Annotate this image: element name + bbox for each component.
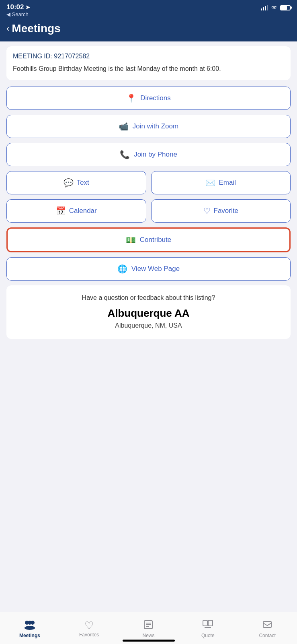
- wifi-icon: [270, 5, 278, 10]
- join-phone-label: Join by Phone: [134, 151, 177, 159]
- tab-news-label: News: [142, 633, 154, 638]
- battery-icon: [280, 5, 291, 10]
- meeting-description: Foothills Group Birthday Meeting is the …: [13, 64, 284, 74]
- news-icon: [143, 619, 154, 632]
- calendar-button[interactable]: 📅 Calendar: [6, 199, 146, 223]
- tab-news[interactable]: News: [119, 618, 178, 640]
- back-button[interactable]: ‹: [6, 24, 9, 33]
- tab-quote-label: Quote: [201, 633, 215, 638]
- status-left: 10:02 ➤ ◀ Search: [6, 3, 30, 17]
- feedback-card: Have a question or feedback about this l…: [6, 285, 291, 339]
- video-icon: 📹: [119, 122, 129, 131]
- tab-favorites-label: Favorites: [79, 632, 99, 638]
- favorites-icon: ♡: [84, 620, 94, 631]
- tab-bar: Meetings ♡ Favorites News Quote: [0, 612, 297, 644]
- favorite-label: Favorite: [214, 207, 238, 215]
- svg-rect-8: [203, 620, 207, 626]
- directions-label: Directions: [140, 94, 171, 102]
- tab-contact-label: Contact: [259, 633, 275, 638]
- money-icon: 💵: [126, 235, 136, 245]
- meeting-info-card: MEETING ID: 9217072582 Foothills Group B…: [6, 46, 291, 80]
- email-button[interactable]: ✉️ Email: [151, 171, 291, 194]
- page-title: Meetings: [12, 22, 60, 35]
- meeting-id: MEETING ID: 9217072582: [13, 53, 284, 60]
- contribute-label: Contribute: [140, 236, 171, 244]
- email-label: Email: [219, 179, 236, 187]
- view-webpage-button[interactable]: 🌐 View Web Page: [6, 257, 291, 281]
- search-back[interactable]: ◀ Search: [6, 11, 30, 17]
- location-pin-icon: 📍: [126, 93, 136, 103]
- text-button[interactable]: 💬 Text: [6, 171, 146, 194]
- tab-favorites[interactable]: ♡ Favorites: [59, 619, 119, 639]
- phone-icon: 📞: [120, 150, 130, 159]
- tab-contact[interactable]: Contact: [238, 618, 297, 640]
- chat-bubble-icon: 💬: [63, 178, 74, 188]
- header: ‹ Meetings: [0, 19, 297, 41]
- svg-rect-9: [208, 620, 213, 626]
- feedback-question: Have a question or feedback about this l…: [13, 293, 284, 302]
- envelope-icon: ✉️: [205, 178, 215, 188]
- join-phone-button[interactable]: 📞 Join by Phone: [6, 143, 291, 166]
- quote-icon: [202, 619, 213, 632]
- svg-rect-11: [263, 621, 271, 627]
- calendar-label: Calendar: [69, 207, 97, 215]
- globe-icon: 🌐: [117, 264, 127, 274]
- favorite-button[interactable]: ♡ Favorite: [151, 199, 291, 223]
- calendar-icon: 📅: [56, 206, 66, 216]
- svg-point-3: [25, 626, 35, 630]
- directions-button[interactable]: 📍 Directions: [6, 87, 291, 110]
- time-display: 10:02: [6, 3, 24, 11]
- tab-quote[interactable]: Quote: [178, 618, 238, 640]
- org-location: Albuquerque, NM, USA: [13, 322, 284, 329]
- tab-meetings[interactable]: Meetings: [0, 618, 59, 640]
- status-bar: 10:02 ➤ ◀ Search: [0, 0, 297, 19]
- main-content: MEETING ID: 9217072582 Foothills Group B…: [0, 46, 297, 382]
- status-right: [261, 3, 291, 10]
- text-email-row: 💬 Text ✉️ Email: [6, 171, 291, 194]
- meetings-icon: [24, 619, 36, 632]
- svg-point-2: [28, 621, 32, 625]
- view-webpage-label: View Web Page: [131, 265, 180, 273]
- contact-icon: [262, 619, 272, 632]
- heart-icon: ♡: [203, 206, 211, 216]
- join-zoom-button[interactable]: 📹 Join with Zoom: [6, 115, 291, 138]
- contribute-button[interactable]: 💵 Contribute: [6, 227, 291, 252]
- signal-icon: [261, 5, 268, 10]
- status-time: 10:02 ➤: [6, 3, 30, 11]
- tab-meetings-label: Meetings: [19, 633, 40, 638]
- location-arrow-icon: ➤: [25, 4, 30, 10]
- join-zoom-label: Join with Zoom: [133, 122, 178, 130]
- search-back-label[interactable]: ◀ Search: [6, 11, 29, 17]
- text-label: Text: [77, 179, 89, 187]
- calendar-favorite-row: 📅 Calendar ♡ Favorite: [6, 199, 291, 223]
- home-indicator: [123, 640, 175, 642]
- org-name: Albuquerque AA: [13, 307, 284, 320]
